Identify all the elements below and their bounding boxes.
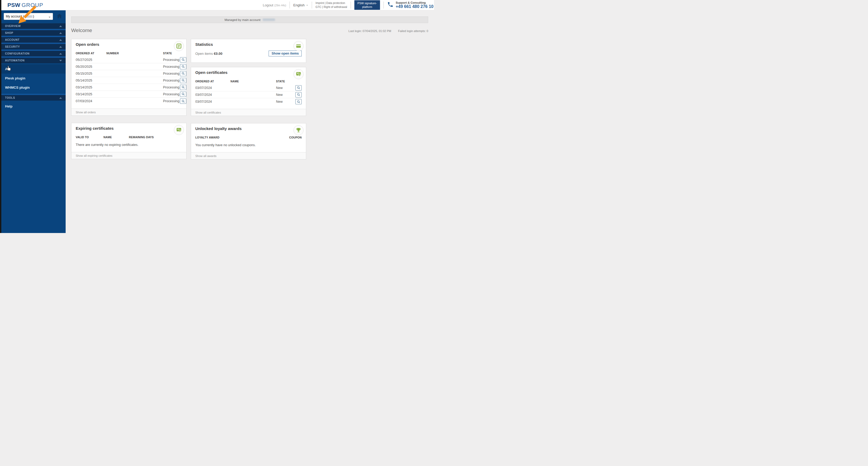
column-header: NAME bbox=[103, 136, 129, 139]
sidebar-section-shop[interactable]: SHOP bbox=[1, 30, 66, 36]
sidebar-section-tools[interactable]: TOOLS bbox=[1, 95, 66, 100]
chevron-down-icon: ⌄ bbox=[306, 3, 308, 6]
order-state: Processing bbox=[163, 72, 180, 76]
show-all-awards-link[interactable]: Show all awards bbox=[195, 154, 216, 157]
redacted-main-account bbox=[263, 19, 275, 21]
view-order-button[interactable] bbox=[180, 64, 186, 69]
logo-text-bold: PSW bbox=[7, 2, 20, 8]
phone-icon bbox=[387, 1, 394, 9]
legal-link-gtc[interactable]: GTC | Right of withdrawal bbox=[315, 5, 347, 9]
view-order-button[interactable] bbox=[180, 85, 186, 90]
section-label: ACCOUNT bbox=[5, 38, 20, 41]
credit-card-icon bbox=[293, 41, 304, 51]
trophy-icon bbox=[293, 125, 304, 135]
chevron-up-icon bbox=[59, 25, 62, 27]
sidebar-item-plesk-plugin[interactable]: Plesk plugin bbox=[1, 74, 66, 83]
signature-button-line1: PSW signature- bbox=[358, 1, 377, 5]
order-date: 03/14/2025 bbox=[76, 86, 106, 89]
empty-state-text: There are currently no expiring certific… bbox=[76, 140, 182, 150]
psw-signature-platform-button[interactable]: PSW signature- platform bbox=[354, 0, 380, 10]
chevron-up-icon bbox=[59, 32, 62, 34]
card-title: Expiring certificates bbox=[76, 126, 114, 130]
home-button[interactable] bbox=[55, 13, 63, 20]
logout-label: Logout bbox=[263, 3, 273, 7]
show-all-orders-link[interactable]: Show all orders bbox=[76, 111, 96, 114]
order-date: 05/14/2025 bbox=[76, 79, 106, 82]
order-state: Processing bbox=[163, 99, 180, 103]
order-state: Processing bbox=[163, 65, 180, 68]
column-header: COUPON bbox=[289, 136, 302, 139]
column-header: LOYALTY AWARD bbox=[195, 136, 289, 139]
table-row: 03/14/2025 Processing bbox=[76, 91, 182, 98]
sidebar-section-overview[interactable]: OVERVIEW bbox=[1, 23, 66, 29]
certificate-date: 03/07/2024 bbox=[195, 93, 230, 97]
view-order-button[interactable] bbox=[180, 98, 186, 104]
support-label: Support & Consulting bbox=[396, 1, 433, 4]
view-certificate-button[interactable] bbox=[295, 85, 302, 91]
table-row: 03/07/2024 New bbox=[195, 84, 302, 91]
language-selector[interactable]: English ⌄ bbox=[293, 3, 308, 7]
chevron-down-icon bbox=[59, 60, 62, 61]
table-row: 05/27/2025 Processing bbox=[76, 56, 182, 63]
certificate-icon bbox=[293, 69, 304, 79]
certificate-icon bbox=[174, 125, 184, 135]
column-header: STATE bbox=[163, 52, 180, 55]
sidebar-item-whmcs-plugin[interactable]: WHMCS plugin bbox=[1, 83, 66, 92]
view-order-button[interactable] bbox=[180, 57, 186, 62]
card-title: Statistics bbox=[195, 42, 213, 47]
show-all-expiring-certificates-link[interactable]: Show all expiring certificates bbox=[76, 154, 113, 157]
sidebar-item-api[interactable]: API bbox=[1, 64, 66, 74]
card-title: Unlocked loyalty awards bbox=[195, 126, 242, 131]
view-order-button[interactable] bbox=[180, 71, 186, 76]
open-orders-card: Open orders ORDERED AT NUMBER STATE 05/2… bbox=[71, 39, 187, 116]
view-certificate-button[interactable] bbox=[295, 92, 302, 97]
sidebar-nav: OVERVIEW SHOP ACCOUNT SECURITY CONFIGURA… bbox=[1, 23, 66, 113]
view-order-button[interactable] bbox=[180, 78, 186, 83]
tools-submenu: Help bbox=[1, 100, 66, 113]
window-edge bbox=[0, 0, 1, 233]
page-title: Welcome bbox=[71, 28, 92, 33]
sidebar-section-automation[interactable]: AUTOMATION bbox=[1, 58, 66, 63]
section-label: AUTOMATION bbox=[5, 59, 25, 62]
language-label: English bbox=[293, 3, 305, 7]
certificate-state: New bbox=[276, 100, 295, 104]
account-selector-dropdown[interactable]: My account ( ) ⌄ bbox=[4, 13, 53, 20]
orders-list-icon bbox=[174, 41, 184, 51]
empty-state-text: You currently have no unlocked coupons. bbox=[195, 141, 302, 151]
logo-text-light: GROUP bbox=[22, 2, 43, 8]
support-contact: Support & Consulting +49 661 480 276 10 bbox=[387, 1, 434, 9]
order-date: 03/14/2025 bbox=[76, 92, 106, 96]
show-open-items-button[interactable]: Show open items bbox=[269, 51, 302, 56]
sidebar-section-security[interactable]: SECURITY bbox=[1, 44, 66, 50]
legal-link-imprint[interactable]: Imprint | Data protection bbox=[315, 1, 347, 5]
chevron-up-icon bbox=[59, 97, 62, 99]
certificate-date: 03/07/2024 bbox=[195, 100, 230, 104]
column-header: REMAINING DAYS bbox=[129, 136, 182, 139]
managed-by-bar: Managed by main account: bbox=[71, 17, 428, 23]
logout-link[interactable]: Logout (29m 44s) bbox=[263, 3, 286, 7]
top-header: PSW GROUP Logout (29m 44s) English ⌄ Imp… bbox=[1, 0, 434, 10]
redacted-account-name bbox=[25, 16, 33, 18]
table-row: 03/07/2024 New bbox=[195, 98, 302, 105]
main-content: Managed by main account: Welcome Last lo… bbox=[66, 10, 434, 233]
divider bbox=[383, 2, 384, 8]
divider bbox=[289, 2, 290, 8]
support-phone-number: +49 661 480 276 10 bbox=[396, 4, 433, 9]
sidebar-item-help[interactable]: Help bbox=[1, 102, 66, 111]
table-row: 07/03/2024 Processing bbox=[76, 98, 182, 105]
chevron-up-icon bbox=[59, 46, 62, 48]
column-header: NAME bbox=[230, 80, 276, 83]
section-label: TOOLS bbox=[5, 96, 15, 99]
section-label: SECURITY bbox=[5, 45, 20, 48]
card-title: Open certificates bbox=[195, 70, 227, 75]
sidebar-section-account[interactable]: ACCOUNT bbox=[1, 37, 66, 42]
view-order-button[interactable] bbox=[180, 92, 186, 97]
sidebar-section-configuration[interactable]: CONFIGURATION bbox=[1, 51, 66, 56]
show-all-certificates-link[interactable]: Show all certificates bbox=[195, 111, 221, 114]
signature-button-line2: platform bbox=[358, 5, 377, 9]
view-certificate-button[interactable] bbox=[295, 99, 302, 104]
column-header: NUMBER bbox=[106, 52, 163, 55]
table-row: 05/20/2025 Processing bbox=[76, 63, 182, 70]
expiring-certificates-card: Expiring certificates VALID TO NAME REMA… bbox=[71, 123, 187, 159]
section-label: OVERVIEW bbox=[5, 25, 21, 28]
